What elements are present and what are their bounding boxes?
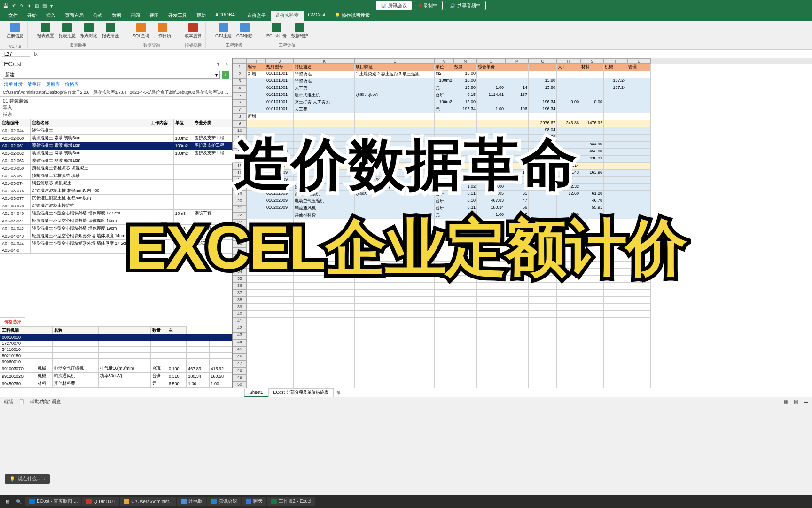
formula-input[interactable] <box>41 51 810 56</box>
grid-cell[interactable]: 机械 <box>604 64 627 71</box>
grid-cell[interactable]: 010202009 <box>265 156 294 163</box>
grid-cell[interactable] <box>529 240 557 247</box>
row-header[interactable]: 32 <box>233 254 247 262</box>
grid-cell[interactable]: 台班 <box>435 191 453 198</box>
grid-cell[interactable] <box>435 381 453 388</box>
grid-cell[interactable]: 混凝土湿模机 <box>294 191 355 198</box>
row-header[interactable]: 14 <box>233 156 247 163</box>
grid-cell[interactable] <box>265 113 294 120</box>
grid-cell[interactable] <box>529 304 557 311</box>
ribbon-button[interactable]: 成本测算 <box>184 22 203 40</box>
grid-cell[interactable] <box>604 191 627 198</box>
tree-node[interactable]: 搜索 <box>3 111 229 118</box>
grid-cell[interactable]: 台班 <box>435 92 453 99</box>
table-row[interactable]: A01-03-078沉管灌注混凝土芳扩桩 <box>0 202 232 210</box>
grid-cell[interactable] <box>265 233 294 240</box>
grid-cell[interactable] <box>529 318 557 325</box>
grid-cell[interactable]: 43.00 <box>529 142 557 149</box>
grid-cell[interactable] <box>247 212 265 219</box>
grid-cell[interactable] <box>453 135 477 142</box>
grid-cell[interactable] <box>505 276 529 283</box>
row-header[interactable]: 44 <box>233 339 247 346</box>
grid-cell[interactable]: 项目特征 <box>355 64 435 71</box>
grid-cell[interactable] <box>580 226 604 233</box>
grid-cell[interactable] <box>355 339 435 346</box>
grid-cell[interactable] <box>453 254 477 262</box>
grid-cell[interactable] <box>453 332 477 339</box>
table-row[interactable]: A01-03-076沉管灌注混凝土桩 桩径mm以内 480 <box>0 187 232 195</box>
grid-cell[interactable] <box>294 381 355 388</box>
grid-cell[interactable] <box>505 318 529 325</box>
grid-cell[interactable] <box>627 346 651 353</box>
row-header[interactable]: 7 <box>233 106 247 113</box>
tab-插入[interactable]: 插入 <box>41 11 60 21</box>
grid-cell[interactable] <box>529 283 557 290</box>
grid-cell[interactable] <box>453 290 477 297</box>
grid-cell[interactable] <box>557 304 580 311</box>
grid-cell[interactable] <box>627 191 651 198</box>
grid-cell[interactable] <box>604 262 627 269</box>
grid-cell[interactable] <box>580 113 604 120</box>
grid-cell[interactable] <box>435 374 453 381</box>
grid-cell[interactable] <box>604 149 627 156</box>
grid-cell[interactable] <box>627 381 651 388</box>
grid-cell[interactable]: 010101001 <box>265 99 294 106</box>
tree-node[interactable]: 01 建筑装饰 <box>3 98 229 104</box>
grid-cell[interactable] <box>477 219 505 226</box>
grid-cell[interactable] <box>604 240 627 247</box>
grid-cell[interactable] <box>627 78 651 85</box>
grid-cell[interactable] <box>604 367 627 374</box>
grid-cell[interactable] <box>294 127 355 135</box>
table-row[interactable]: 99060010 <box>0 359 232 365</box>
grid-cell[interactable] <box>265 120 294 127</box>
grid-cell[interactable] <box>294 374 355 381</box>
qat-icon[interactable]: ⊞ <box>35 3 39 8</box>
grid-cell[interactable] <box>265 247 294 254</box>
tab-数据[interactable]: 数据 <box>107 11 126 21</box>
grid-cell[interactable] <box>604 99 627 106</box>
grid-cell[interactable]: m2 <box>435 71 453 78</box>
grid-cell[interactable] <box>247 360 265 367</box>
grid-cell[interactable] <box>557 346 580 353</box>
grid-cell[interactable] <box>580 177 604 184</box>
grid-cell[interactable] <box>453 163 477 170</box>
column-header[interactable]: 单位 <box>173 119 193 127</box>
grid-cell[interactable]: 人工 <box>557 64 580 71</box>
row-header[interactable]: 42 <box>233 325 247 332</box>
taskbar-item[interactable]: 腾讯会议 <box>207 497 241 506</box>
grid-cell[interactable] <box>505 325 529 332</box>
grid-cell[interactable] <box>529 163 557 170</box>
grid-cell[interactable] <box>247 177 265 184</box>
bottom-table-container[interactable]: 工料机编名称数量主 000100101727007034110010802101… <box>0 326 232 388</box>
grid-cell[interactable]: 010101001 <box>265 92 294 99</box>
grid-cell[interactable] <box>247 198 265 205</box>
grid-cell[interactable] <box>247 135 265 142</box>
grid-cell[interactable] <box>294 304 355 311</box>
grid-cell[interactable] <box>265 297 294 304</box>
grid-cell[interactable] <box>529 297 557 304</box>
column-header[interactable]: 工料机编 <box>0 327 36 334</box>
grid-cell[interactable] <box>247 92 265 99</box>
grid-cell[interactable] <box>604 360 627 367</box>
grid-cell[interactable]: 453.80 <box>580 149 604 156</box>
ribbon-button[interactable]: 报表对比 <box>79 22 98 40</box>
column-header[interactable]: S <box>580 58 604 64</box>
grid-cell[interactable] <box>529 71 557 78</box>
grid-cell[interactable] <box>435 360 453 367</box>
grid-cell[interactable] <box>477 262 505 269</box>
grid-cell[interactable]: 0.10 <box>453 198 477 205</box>
grid-cell[interactable] <box>453 304 477 311</box>
taskbar-item[interactable]: C:\Users\Administ... <box>120 497 176 506</box>
grid-cell[interactable] <box>627 226 651 233</box>
grid-cell[interactable]: 010101001 <box>265 78 294 85</box>
share-audio-button[interactable]: 🔊 共享音频中 <box>445 1 486 10</box>
grid-cell[interactable] <box>265 262 294 269</box>
grid-cell[interactable] <box>557 360 580 367</box>
grid-cell[interactable] <box>580 135 604 142</box>
grid-cell[interactable] <box>294 233 355 240</box>
grid-cell[interactable] <box>355 269 435 276</box>
grid-cell[interactable] <box>580 92 604 99</box>
grid-cell[interactable] <box>247 283 265 290</box>
grid-cell[interactable] <box>247 318 265 325</box>
grid-cell[interactable]: 100m2 <box>435 78 453 85</box>
